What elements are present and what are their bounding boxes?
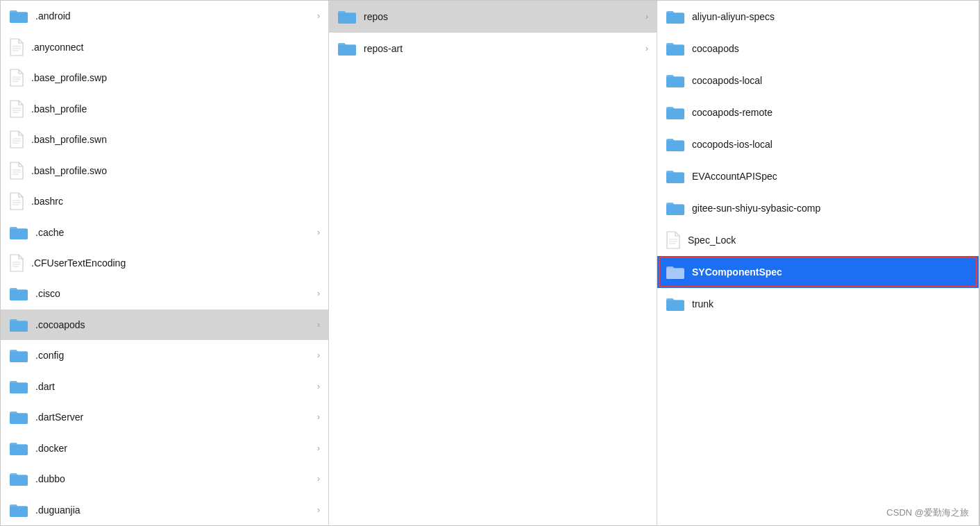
folder-icon bbox=[337, 41, 357, 56]
folder-icon bbox=[9, 317, 28, 332]
folder-icon bbox=[9, 286, 28, 301]
folder-icon bbox=[9, 225, 28, 240]
folder-icon bbox=[666, 73, 685, 88]
item-name: .bash_profile.swn bbox=[31, 134, 320, 145]
list-item-cfusertextencoding[interactable]: .CFUserTextEncoding bbox=[1, 248, 328, 278]
list-item-evaccountapispec[interactable]: EVAccountAPISpec bbox=[657, 160, 979, 192]
item-name: trunk bbox=[692, 298, 970, 309]
folder-icon bbox=[666, 201, 685, 216]
file-icon bbox=[9, 254, 24, 272]
folder-icon bbox=[9, 8, 28, 24]
item-name: .bashrc bbox=[31, 196, 320, 207]
list-item-bash_profile_swo[interactable]: .bash_profile.swo bbox=[1, 155, 328, 185]
chevron-icon: › bbox=[317, 382, 320, 391]
item-name: EVAccountAPISpec bbox=[692, 171, 970, 182]
file-icon bbox=[9, 192, 24, 210]
item-name: cocopods-ios-local bbox=[692, 139, 970, 150]
list-item-cocopods-ios-local[interactable]: cocopods-ios-local bbox=[657, 128, 979, 160]
finder-window: .android› .anyconnect .base_profile.swp … bbox=[0, 0, 980, 526]
file-icon bbox=[666, 231, 681, 249]
list-item-sycomponentspec[interactable]: SYComponentSpec bbox=[657, 256, 979, 288]
list-item-trunk[interactable]: trunk bbox=[657, 288, 979, 320]
item-name: Spec_Lock bbox=[688, 235, 970, 246]
list-item-spec-lock[interactable]: Spec_Lock bbox=[657, 224, 979, 256]
chevron-icon: › bbox=[317, 289, 320, 298]
list-item-base_profile_swp[interactable]: .base_profile.swp bbox=[1, 62, 328, 93]
list-item-cocoapods[interactable]: .cocoapods› bbox=[1, 309, 328, 340]
list-item-cisco[interactable]: .cisco› bbox=[1, 278, 328, 309]
chevron-icon: › bbox=[317, 443, 320, 453]
file-icon bbox=[9, 100, 24, 118]
file-icon bbox=[9, 38, 24, 56]
item-name: repos bbox=[364, 11, 645, 22]
list-item-dart[interactable]: .dart› bbox=[1, 371, 328, 402]
item-name: .android bbox=[35, 10, 317, 22]
list-item-repos-art[interactable]: repos-art› bbox=[329, 33, 657, 65]
folder-icon bbox=[666, 296, 685, 312]
item-name: .CFUserTextEncoding bbox=[31, 257, 320, 269]
list-item-bash_profile_swn[interactable]: .bash_profile.swn bbox=[1, 124, 328, 155]
file-icon bbox=[9, 130, 24, 149]
list-item-bash_profile[interactable]: .bash_profile bbox=[1, 93, 328, 124]
chevron-icon: › bbox=[317, 505, 320, 515]
list-item-repos[interactable]: repos› bbox=[329, 1, 657, 33]
item-name: .duguanjia bbox=[35, 504, 317, 516]
item-name: .bash_profile.swo bbox=[31, 165, 320, 176]
list-item-bashrc[interactable]: .bashrc bbox=[1, 186, 328, 217]
list-item-cocoapods-local[interactable]: cocoapods-local bbox=[657, 65, 979, 96]
folder-icon bbox=[666, 105, 685, 120]
list-item-dartserver[interactable]: .dartServer› bbox=[1, 402, 328, 432]
item-name: .config bbox=[35, 350, 317, 361]
folder-icon bbox=[9, 409, 28, 425]
folder-icon bbox=[666, 169, 685, 184]
list-item-cocoapods3[interactable]: cocoapods bbox=[657, 33, 979, 65]
watermark: CSDN @爱勤海之旅 bbox=[886, 507, 969, 519]
list-item-cocoapods-remote[interactable]: cocoapods-remote bbox=[657, 96, 979, 128]
list-item-android[interactable]: .android› bbox=[1, 1, 328, 31]
item-name: .dubbo bbox=[35, 473, 317, 484]
chevron-icon: › bbox=[317, 412, 320, 422]
list-item-duguanjia[interactable]: .duguanjia› bbox=[1, 495, 328, 525]
folder-icon bbox=[9, 441, 28, 456]
folder-icon bbox=[666, 41, 685, 56]
folder-icon bbox=[337, 9, 357, 24]
chevron-icon: › bbox=[317, 228, 320, 237]
list-item-config[interactable]: .config› bbox=[1, 340, 328, 371]
list-item-docker[interactable]: .docker› bbox=[1, 433, 328, 464]
chevron-icon: › bbox=[645, 44, 648, 53]
list-item-gitee-sun[interactable]: gitee-sun-shiyu-sybasic-comp bbox=[657, 192, 979, 224]
chevron-icon: › bbox=[317, 11, 320, 21]
file-icon bbox=[9, 69, 24, 87]
chevron-icon: › bbox=[317, 350, 320, 360]
folder-icon bbox=[9, 471, 28, 486]
item-name: .cisco bbox=[35, 288, 317, 299]
folder-icon bbox=[9, 379, 28, 394]
folder-icon bbox=[666, 9, 685, 24]
column-3: aliyun-aliyun-specs cocoapods cocoapods-… bbox=[657, 1, 979, 525]
folder-icon bbox=[9, 502, 28, 518]
list-item-cache[interactable]: .cache› bbox=[1, 217, 328, 247]
item-name: cocoapods-local bbox=[692, 75, 970, 86]
item-name: aliyun-aliyun-specs bbox=[692, 11, 970, 22]
folder-icon bbox=[666, 264, 685, 280]
column-2: repos› repos-art› bbox=[329, 1, 657, 525]
chevron-icon: › bbox=[317, 320, 320, 330]
item-name: .base_profile.swp bbox=[31, 72, 320, 83]
folder-icon bbox=[666, 137, 685, 152]
item-name: .docker bbox=[35, 443, 317, 454]
chevron-icon: › bbox=[317, 474, 320, 484]
item-name: .cache bbox=[35, 227, 317, 238]
item-name: SYComponentSpec bbox=[692, 266, 970, 278]
list-item-aliyun[interactable]: aliyun-aliyun-specs bbox=[657, 1, 979, 33]
item-name: .dartServer bbox=[35, 412, 317, 423]
file-icon bbox=[9, 162, 24, 180]
item-name: gitee-sun-shiyu-sybasic-comp bbox=[692, 203, 970, 214]
item-name: cocoapods bbox=[692, 43, 970, 54]
item-name: .cocoapods bbox=[35, 319, 317, 330]
item-name: repos-art bbox=[364, 43, 645, 54]
list-item-anyconnect[interactable]: .anyconnect bbox=[1, 31, 328, 62]
item-name: cocoapods-remote bbox=[692, 107, 970, 118]
folder-icon bbox=[9, 348, 28, 363]
list-item-dubbo[interactable]: .dubbo› bbox=[1, 464, 328, 494]
item-name: .anyconnect bbox=[31, 42, 320, 53]
